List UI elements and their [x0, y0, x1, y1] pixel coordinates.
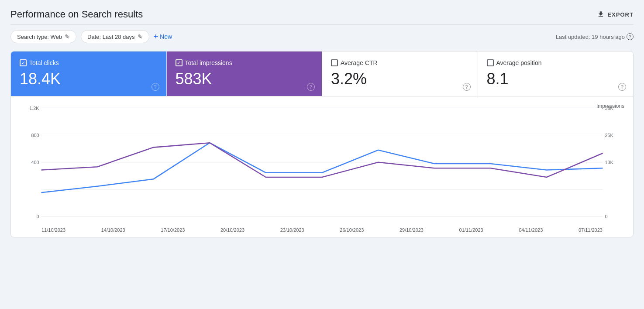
average-ctr-checkbox[interactable]	[331, 59, 338, 66]
average-ctr-help-icon[interactable]: ?	[463, 83, 471, 91]
x-label-4: 23/10/2023	[280, 227, 304, 233]
average-position-label: Average position	[496, 59, 542, 66]
new-button[interactable]: + New	[154, 32, 172, 41]
total-clicks-checkbox[interactable]	[20, 59, 27, 66]
metric-card-total-clicks[interactable]: Total clicks 18.4K ?	[11, 52, 167, 96]
total-clicks-label: Total clicks	[29, 59, 59, 66]
search-type-filter[interactable]: Search type: Web ✎	[10, 30, 76, 43]
metric-card-average-position[interactable]: Average position 8.1 ?	[478, 52, 634, 96]
svg-text:25K: 25K	[605, 133, 613, 138]
average-position-checkbox[interactable]	[487, 59, 494, 66]
total-impressions-checkbox[interactable]	[176, 59, 183, 66]
average-ctr-value: 3.2%	[331, 70, 469, 88]
total-impressions-label: Total impressions	[185, 59, 232, 66]
svg-text:1.2K: 1.2K	[29, 105, 39, 110]
average-position-value: 8.1	[487, 70, 625, 88]
search-type-edit-icon: ✎	[65, 33, 70, 40]
svg-text:Clicks: Clicks	[22, 103, 36, 105]
performance-chart: 1.2K 800 400 0 Clicks Clicks 38K 25K 13K…	[20, 103, 624, 226]
metric-card-total-impressions[interactable]: Total impressions 583K ?	[167, 52, 323, 96]
filters-row: Search type: Web ✎ Date: Last 28 days ✎ …	[10, 30, 634, 43]
last-updated: Last updated: 19 hours ago ?	[556, 33, 634, 40]
svg-text:13K: 13K	[605, 160, 613, 165]
total-impressions-value: 583K	[176, 70, 313, 88]
x-label-1: 14/10/2023	[101, 227, 125, 233]
x-label-6: 29/10/2023	[399, 227, 424, 233]
svg-text:0: 0	[605, 214, 607, 219]
impressions-line	[41, 143, 603, 177]
x-label-8: 04/11/2023	[519, 227, 543, 233]
total-clicks-help-icon[interactable]: ?	[152, 83, 159, 91]
svg-text:800: 800	[31, 133, 39, 138]
x-label-9: 07/11/2023	[579, 227, 603, 233]
export-icon	[597, 10, 605, 18]
date-edit-icon: ✎	[138, 33, 143, 40]
x-label-2: 17/10/2023	[161, 227, 185, 233]
metrics-row: Total clicks 18.4K ? Total impressions 5…	[10, 51, 634, 96]
x-axis-labels: 11/10/2023 14/10/2023 17/10/2023 20/10/2…	[20, 226, 624, 233]
export-button[interactable]: EXPORT	[597, 10, 634, 18]
x-label-7: 01/11/2023	[459, 227, 483, 233]
svg-text:Impressions: Impressions	[596, 103, 624, 109]
total-impressions-help-icon[interactable]: ?	[307, 83, 315, 91]
x-label-3: 20/10/2023	[220, 227, 245, 233]
chart-area: 1.2K 800 400 0 Clicks Clicks 38K 25K 13K…	[10, 96, 634, 237]
page-title: Performance on Search results	[10, 9, 143, 20]
total-clicks-value: 18.4K	[20, 70, 158, 88]
x-label-5: 26/10/2023	[340, 227, 364, 233]
metric-card-average-ctr[interactable]: Average CTR 3.2% ?	[322, 52, 478, 96]
svg-text:0: 0	[36, 214, 39, 219]
x-label-0: 11/10/2023	[41, 227, 65, 233]
average-position-help-icon[interactable]: ?	[618, 83, 626, 91]
clicks-line	[41, 143, 603, 192]
plus-icon: +	[154, 32, 158, 41]
average-ctr-label: Average CTR	[341, 59, 378, 66]
date-filter[interactable]: Date: Last 28 days ✎	[81, 30, 149, 43]
svg-text:400: 400	[31, 160, 39, 165]
help-icon: ?	[627, 33, 634, 40]
